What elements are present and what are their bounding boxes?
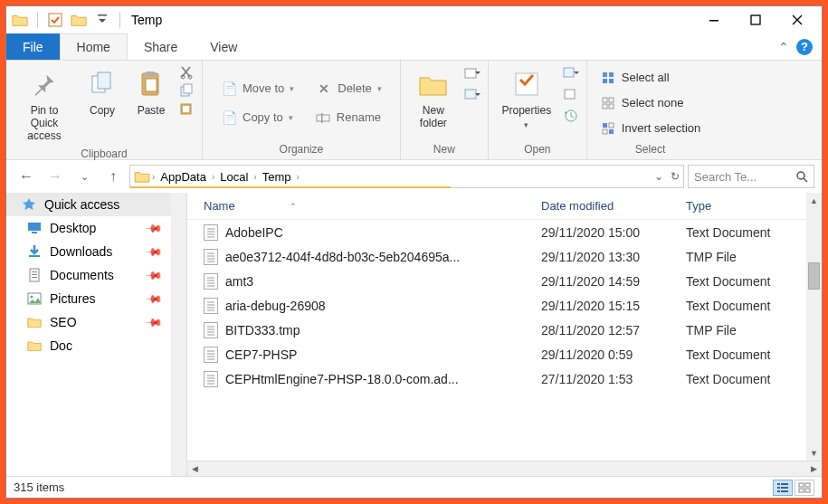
sidebar-item-pictures[interactable]: Pictures 📌 [6, 287, 186, 310]
file-row[interactable]: ae0e3712-404f-4d8d-b03c-5eb204695a...29/… [187, 244, 822, 269]
scroll-right-icon[interactable]: ▶ [806, 461, 822, 477]
new-item-icon[interactable] [464, 64, 481, 81]
sidebar-item-desktop[interactable]: Desktop 📌 [6, 216, 186, 240]
file-row[interactable]: AdobeIPC29/11/2020 15:00Text Document [187, 220, 822, 244]
delete-button[interactable]: ✕Delete▾ [310, 78, 387, 100]
cut-icon[interactable] [178, 64, 195, 81]
sidebar-item-downloads[interactable]: Downloads 📌 [6, 240, 186, 263]
scroll-down-icon[interactable]: ▼ [806, 445, 822, 461]
tab-share[interactable]: Share [128, 33, 194, 60]
star-icon [21, 196, 37, 213]
rename-button[interactable]: Rename [309, 107, 386, 128]
file-row[interactable]: CEP7-PHSP29/11/2020 0:59Text Document [187, 342, 822, 366]
document-icon [204, 371, 218, 387]
back-button[interactable]: ← [14, 164, 39, 189]
paste-button[interactable]: Paste [129, 64, 173, 120]
file-row[interactable]: aria-debug-2690829/11/2020 15:15Text Doc… [187, 293, 822, 318]
sidebar-item-documents[interactable]: Documents 📌 [6, 263, 186, 287]
collapse-ribbon-icon[interactable]: ⌃ [778, 40, 789, 54]
scroll-left-icon[interactable]: ◀ [187, 461, 203, 477]
svg-rect-1 [98, 14, 107, 16]
chevron-right-icon[interactable]: › [212, 172, 214, 182]
edit-icon[interactable] [563, 86, 579, 102]
file-type: Text Document [686, 274, 822, 289]
up-button[interactable]: ↑ [100, 164, 126, 189]
column-header-type[interactable]: Type [686, 199, 822, 213]
copy-to-button[interactable]: 📄Copy to▾ [215, 107, 299, 128]
sidebar-scrollbar[interactable] [171, 193, 186, 476]
properties-checkbox-icon[interactable] [45, 10, 65, 30]
copy-button[interactable]: Copy [81, 64, 124, 120]
column-header-name[interactable]: Name⌃ [204, 199, 541, 213]
file-row[interactable]: amt329/11/2020 14:59Text Document [187, 269, 822, 293]
forward-button[interactable]: → [43, 164, 68, 189]
qat-dropdown-icon[interactable] [92, 10, 112, 30]
close-button[interactable] [776, 6, 818, 33]
pin-to-quick-access-button[interactable]: Pin to Quick access [14, 64, 75, 146]
svg-rect-37 [32, 232, 37, 233]
address-bar[interactable]: › AppData › Local › Temp › ⌄ ↻ [129, 165, 684, 188]
history-icon[interactable] [563, 108, 579, 124]
folder-icon [134, 170, 150, 183]
column-header-date[interactable]: Date modified [541, 199, 686, 213]
chevron-right-icon[interactable]: › [253, 172, 256, 182]
select-all-button[interactable]: Select all [595, 67, 675, 89]
invert-selection-icon [600, 120, 616, 137]
navigation-pane[interactable]: Quick access Desktop 📌 Downloads 📌 Docum… [6, 193, 187, 476]
refresh-icon[interactable]: ↻ [671, 170, 680, 183]
pin-icon: 📌 [145, 313, 164, 332]
document-icon [204, 322, 218, 338]
invert-selection-button[interactable]: Invert selection [595, 118, 706, 139]
column-headers: Name⌃ Date modified Type [187, 193, 822, 220]
paste-shortcut-icon[interactable] [178, 100, 195, 117]
svg-rect-28 [609, 98, 614, 102]
vertical-scrollbar[interactable]: ▲ ▼ [806, 193, 822, 461]
tab-home[interactable]: Home [60, 33, 128, 60]
sidebar-item-seo[interactable]: SEO 📌 [6, 310, 186, 334]
breadcrumb-local[interactable]: Local [216, 170, 252, 184]
details-view-button[interactable] [773, 480, 793, 496]
new-folder-button[interactable]: New folder [408, 64, 459, 133]
file-name: AdobeIPC [225, 225, 283, 240]
divider [37, 12, 38, 28]
thumbnails-view-button[interactable] [795, 480, 814, 496]
file-name: aria-debug-26908 [225, 299, 326, 313]
tab-file[interactable]: File [6, 33, 60, 60]
easy-access-icon[interactable] [464, 86, 481, 102]
file-row[interactable]: CEPHtmlEngine7-PHSP-18.0.0-com.ad...27/1… [187, 366, 822, 391]
svg-rect-18 [465, 90, 476, 99]
minimize-button[interactable] [693, 6, 735, 33]
svg-rect-42 [32, 277, 37, 278]
svg-rect-52 [805, 483, 810, 487]
copy-icon [90, 68, 114, 100]
file-date: 29/11/2020 15:00 [541, 225, 686, 240]
address-dropdown-icon[interactable]: ⌄ [654, 170, 663, 183]
sidebar-item-doc[interactable]: Doc [6, 334, 186, 357]
search-placeholder: Search Te... [694, 170, 757, 184]
svg-rect-54 [805, 489, 810, 492]
copy-path-icon[interactable] [178, 82, 195, 99]
properties-button[interactable]: Properties ▾ [496, 64, 557, 133]
chevron-right-icon[interactable]: › [152, 172, 155, 182]
sidebar-quick-access[interactable]: Quick access [6, 193, 186, 216]
scroll-thumb[interactable] [808, 262, 820, 290]
recent-locations-button[interactable]: ⌄ [71, 164, 97, 189]
svg-rect-8 [146, 79, 157, 91]
breadcrumb-temp[interactable]: Temp [259, 170, 295, 184]
pin-icon: 📌 [145, 290, 164, 309]
file-row[interactable]: BITD333.tmp28/11/2020 12:57TMP File [187, 318, 822, 342]
sidebar-label: Doc [50, 338, 72, 353]
chevron-right-icon[interactable]: › [297, 172, 300, 182]
horizontal-scrollbar[interactable]: ◀ ▶ [187, 461, 822, 476]
tab-view[interactable]: View [194, 33, 253, 60]
maximize-button[interactable] [735, 6, 776, 33]
open-icon[interactable] [563, 64, 579, 81]
group-label-select: Select [595, 141, 706, 157]
help-icon[interactable]: ? [796, 39, 813, 55]
scroll-up-icon[interactable]: ▲ [806, 193, 822, 208]
move-to-button[interactable]: 📄Move to▾ [215, 78, 300, 100]
pin-icon: 📌 [145, 219, 164, 238]
select-none-button[interactable]: Select none [595, 92, 690, 114]
breadcrumb-appdata[interactable]: AppData [157, 170, 210, 184]
search-input[interactable]: Search Te... [688, 165, 814, 188]
